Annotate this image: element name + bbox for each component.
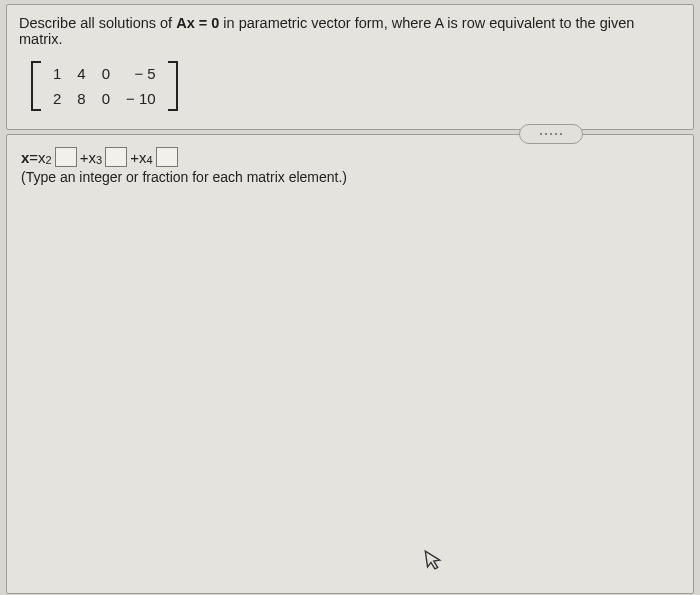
matrix-bracket-left [31,61,41,111]
answer-expression: x = x2 + x3 + x4 [21,147,679,167]
matrix: 1 4 0 − 5 2 8 0 − 10 [31,61,178,111]
plus-1: + [80,149,89,166]
term1-var: x [38,149,46,166]
matrix-cell: − 10 [118,86,164,111]
vector-input-3[interactable] [156,147,178,167]
matrix-cell: 4 [69,61,93,86]
matrix-cell: 1 [45,61,69,86]
plus-2: + [130,149,139,166]
matrix-row: 1 4 0 − 5 [45,61,164,86]
matrix-row: 2 8 0 − 10 [45,86,164,111]
cursor-icon [423,547,445,578]
answer-lhs: x [21,149,29,166]
prompt-equation: Ax = 0 [176,15,219,31]
term2-sub: 3 [96,154,102,166]
vector-input-1[interactable] [55,147,77,167]
matrix-cell: 2 [45,86,69,111]
term3-sub: 4 [146,154,152,166]
answer-hint: (Type an integer or fraction for each ma… [21,169,679,185]
matrix-bracket-right [168,61,178,111]
term2-var: x [89,149,97,166]
answer-eq: = [29,149,38,166]
matrix-table: 1 4 0 − 5 2 8 0 − 10 [45,61,164,111]
question-card: Describe all solutions of Ax = 0 in para… [6,4,694,130]
drag-handle[interactable] [519,124,583,144]
term1-sub: 2 [46,154,52,166]
answer-card: x = x2 + x3 + x4 (Type an integer or fra… [6,134,694,594]
matrix-cell: 0 [94,86,118,111]
term3-var: x [139,149,147,166]
matrix-cell: 0 [94,61,118,86]
vector-input-2[interactable] [105,147,127,167]
question-prompt: Describe all solutions of Ax = 0 in para… [19,15,681,47]
prompt-text-pre: Describe all solutions of [19,15,176,31]
matrix-cell: − 5 [118,61,164,86]
matrix-cell: 8 [69,86,93,111]
